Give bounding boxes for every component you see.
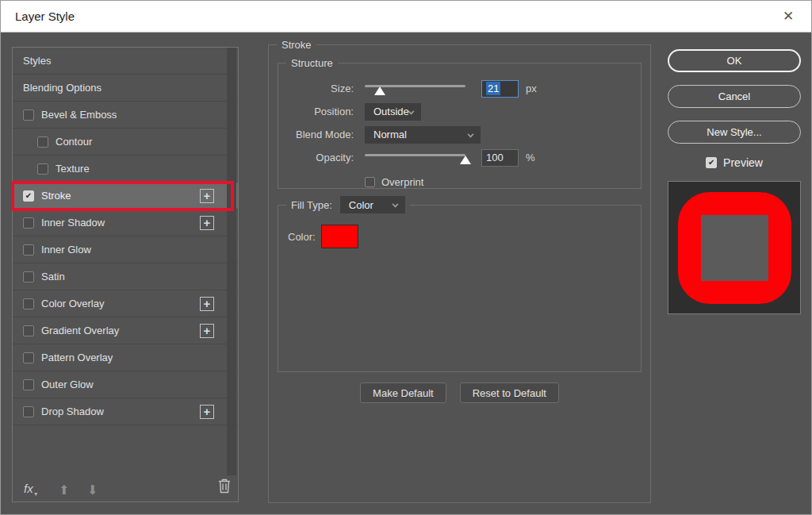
list-item[interactable]: Inner Shadow + [13,209,238,236]
size-label: Size: [278,83,354,94]
overprint-row: Overprint [278,171,641,194]
cancel-button[interactable]: Cancel [668,85,801,108]
add-effect-icon[interactable]: + [200,297,214,311]
fx-menu-button[interactable]: fx▼ [24,482,39,497]
size-slider[interactable] [365,83,465,95]
blend-mode-label: Blend Mode: [278,129,354,140]
make-default-button[interactable]: Make Default [360,382,446,403]
effect-checkbox[interactable]: ✔ [23,190,34,202]
list-item[interactable]: ✔ Stroke + [13,183,238,209]
list-item[interactable]: Color Overlay + [13,290,238,317]
size-unit: px [526,83,537,94]
list-item[interactable]: Bevel & Emboss [13,102,238,129]
structure-group: Structure Size: 21 px P [278,57,642,189]
effect-checkbox[interactable] [23,217,34,229]
opacity-input[interactable]: 100 [481,149,519,167]
size-input[interactable]: 21 [481,80,519,98]
effect-checkbox[interactable] [23,244,34,256]
chevron-down-icon [468,131,474,137]
titlebar: Layer Style ✕ [1,1,811,33]
overprint-checkbox[interactable] [365,177,375,187]
opacity-slider-thumb[interactable] [460,156,471,164]
dialog-title: Layer Style [15,1,75,33]
sidebar-scrollbar[interactable] [227,48,236,475]
add-effect-icon[interactable]: + [200,189,214,203]
list-item-label: Bevel & Emboss [41,109,117,121]
stroke-panel: Stroke Structure Size: 21 px [268,39,651,503]
effect-checkbox[interactable] [23,298,34,309]
list-item[interactable]: Drop Shadow + [13,398,238,425]
list-item[interactable]: Satin [13,263,238,290]
overprint-label: Overprint [381,176,423,188]
list-item[interactable]: Pattern Overlay [13,344,238,371]
list-item[interactable]: Blending Options [13,75,238,102]
position-label: Position: [278,106,354,117]
new-style-button[interactable]: New Style... [668,121,801,144]
color-swatch[interactable] [321,225,358,248]
close-icon[interactable]: ✕ [775,1,802,33]
effect-checkbox[interactable] [23,352,34,363]
sidebar-toolbar: fx▼ ⬆ ⬇ [13,476,238,502]
preview-checkbox[interactable]: ✔ [706,157,717,168]
add-effect-icon[interactable]: + [200,216,214,230]
move-effect-up-icon[interactable]: ⬆ [59,482,69,498]
list-item-label: Stroke [41,190,71,202]
reset-to-default-button[interactable]: Reset to Default [460,382,559,403]
effect-checkbox[interactable] [23,406,34,417]
list-item[interactable]: Inner Glow [13,236,238,263]
effect-checkbox[interactable] [23,110,34,121]
add-effect-icon[interactable]: + [200,405,214,419]
list-item[interactable]: Contour [13,129,238,156]
list-item[interactable]: Texture [13,156,238,183]
list-item-label: Inner Glow [41,244,91,256]
preview-label: Preview [723,156,763,169]
list-item-label: Pattern Overlay [41,352,113,363]
delete-effect-icon[interactable] [217,478,232,497]
list-item[interactable]: Styles [13,48,238,75]
fill-type-dropdown[interactable]: Color [340,196,405,213]
ok-button[interactable]: OK [668,49,801,72]
move-effect-down-icon[interactable]: ⬇ [87,482,98,498]
color-row: Color: [288,225,641,248]
color-label: Color: [288,231,316,243]
style-list: Styles Blending Options Bevel & Emboss C… [13,48,238,425]
opacity-row: Opacity: 100 % [278,146,641,169]
size-slider-thumb[interactable] [374,86,385,95]
opacity-slider[interactable] [365,152,465,164]
blend-mode-row: Blend Mode: Normal [278,123,641,146]
effect-checkbox[interactable] [23,325,34,336]
size-row: Size: 21 px [278,77,641,100]
style-preview-thumbnail [668,181,801,314]
dialog-body: Styles Blending Options Bevel & Emboss C… [1,33,811,514]
list-item-label: Satin [41,271,65,282]
effect-checkbox[interactable] [23,271,34,282]
effect-checkbox[interactable] [37,136,48,148]
add-effect-icon[interactable]: + [200,324,214,338]
layer-style-dialog: Layer Style ✕ Styles Blending Options [0,0,812,515]
list-item-label: Styles [23,55,51,67]
list-item[interactable]: Outer Glow [13,371,238,398]
list-item[interactable]: Gradient Overlay + [13,317,238,344]
list-item-label: Drop Shadow [41,405,104,417]
preview-fill-square [701,215,768,281]
list-item-label: Outer Glow [41,379,94,390]
opacity-unit: % [526,152,535,163]
effect-checkbox[interactable] [23,379,34,390]
fill-type-label: Fill Type: [291,199,332,211]
stroke-group-title: Stroke [277,39,316,51]
position-row: Position: Outside [278,100,641,123]
list-item-label: Gradient Overlay [41,325,119,336]
preview-stroke-ring [678,192,791,304]
blend-mode-dropdown[interactable]: Normal [365,126,481,144]
effect-checkbox[interactable] [37,163,48,175]
fill-type-group: Fill Type: Color Color: [278,196,642,372]
opacity-label: Opacity: [278,152,354,163]
position-dropdown[interactable]: Outside [365,103,421,121]
chevron-down-icon [392,202,398,208]
list-item-label: Blending Options [23,82,102,94]
defaults-row: Make Default Reset to Default [269,382,650,403]
styles-sidebar: Styles Blending Options Bevel & Emboss C… [12,47,239,502]
preview-row: ✔ Preview [668,156,801,169]
list-item-label: Contour [56,136,92,148]
list-item-label: Inner Shadow [41,217,105,229]
